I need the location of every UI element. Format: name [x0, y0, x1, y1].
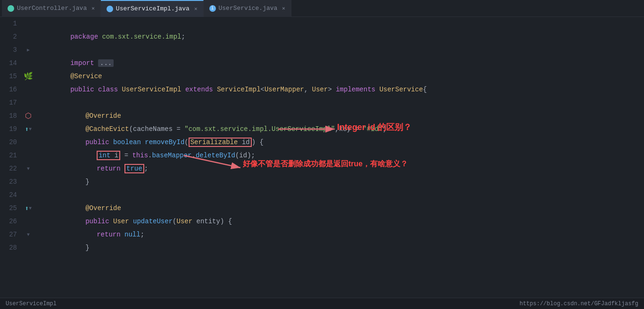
tab-user-service-impl[interactable]: UserServiceImpl.java ✕: [101, 0, 204, 17]
gutter-18: ⬡: [22, 109, 35, 122]
tab-close-user-controller[interactable]: ✕: [91, 5, 95, 11]
code-line-3: 3 ▶ import ...: [0, 43, 644, 57]
fold-icon-25[interactable]: ▼: [29, 206, 32, 211]
line-number-3: 3: [0, 43, 22, 57]
fold-icon-22[interactable]: ▼: [27, 166, 30, 171]
line-number-18: 18: [0, 109, 22, 122]
gutter-24: [22, 188, 35, 202]
line-number-23: 23: [0, 175, 22, 188]
code-line-18: 18 ⬡ @CacheEvict(cacheNames = "com.sxt.s…: [0, 109, 644, 122]
gutter-25: ⬆ ▼: [22, 202, 35, 215]
tab-bar: UserController.java ✕ UserServiceImpl.ja…: [0, 0, 644, 17]
tab-user-controller[interactable]: UserController.java ✕: [2, 0, 101, 17]
code-content-15[interactable]: public class UserServiceImpl extends Ser…: [35, 70, 644, 83]
code-content-3[interactable]: import ...: [35, 43, 644, 57]
tab-label-user-controller: UserController.java: [17, 5, 87, 12]
line-number-20: 20: [0, 136, 22, 149]
spring-icon-15: 🌿: [24, 72, 33, 81]
code-line-14: 14 @Service: [0, 57, 644, 70]
code-content-14[interactable]: @Service: [35, 57, 644, 70]
code-line-19: 19 ⬆ ▼ public boolean removeById(Seriali…: [0, 122, 644, 136]
code-line-20: 20 int i = this.baseMapper.deleteById(id…: [0, 136, 644, 149]
gutter-16: [22, 83, 35, 96]
annotation-text-1: Integer id 的区别？: [337, 122, 412, 133]
gutter-21: [22, 149, 35, 162]
fold-icon-27[interactable]: ▼: [27, 232, 30, 237]
annotation-text-2: 好像不管是否删除成功都是返回true，有啥意义？: [243, 159, 408, 169]
status-right: https://blog.csdn.net/GFJadfkljasfg: [520, 301, 638, 307]
code-content-28: [35, 241, 644, 254]
gutter-15: 🌿: [22, 70, 35, 83]
code-content-18[interactable]: @CacheEvict(cacheNames = "com.sxt.servic…: [35, 109, 644, 122]
line-number-1: 1: [0, 17, 22, 30]
line-number-27: 27: [0, 228, 22, 241]
fold-icon-19[interactable]: ▼: [29, 127, 32, 132]
code-content-2: [35, 30, 644, 43]
breakpoint-icon-18[interactable]: ⬡: [25, 111, 32, 121]
code-content-23: [35, 175, 644, 188]
line-number-15: 15: [0, 70, 22, 83]
code-line-27: 27 ▼ }: [0, 228, 644, 241]
gutter-3: ▶: [22, 43, 35, 57]
gutter-14: [22, 57, 35, 70]
code-line-1: 1 package com.sxt.service.impl;: [0, 17, 644, 30]
tab-close-user-service[interactable]: ✕: [282, 5, 285, 11]
line-number-24: 24: [0, 188, 22, 202]
code-content-26[interactable]: return null;: [35, 215, 644, 228]
tab-icon-info: i: [209, 5, 216, 12]
code-line-26: 26 return null;: [0, 215, 644, 228]
status-left: UserServiceImpl: [6, 301, 57, 307]
line-number-22: 22: [0, 162, 22, 175]
code-line-24: 24 @Override: [0, 188, 644, 202]
code-content-1[interactable]: package com.sxt.service.impl;: [35, 17, 644, 30]
tab-label-user-service: UserService.java: [219, 5, 278, 12]
gutter-26: [22, 215, 35, 228]
arrow-up-icon-25: ⬆: [25, 204, 29, 212]
line-number-25: 25: [0, 202, 22, 215]
gutter-20: [22, 136, 35, 149]
code-content-17[interactable]: @Override: [35, 96, 644, 109]
line-number-2: 2: [0, 30, 22, 43]
line-number-26: 26: [0, 215, 22, 228]
gutter-22: ▼: [22, 162, 35, 175]
tab-icon-blue: [107, 6, 113, 12]
tab-icon-green: [8, 5, 14, 12]
line-number-14: 14: [0, 57, 22, 70]
gutter-2: [22, 30, 35, 43]
editor: 1 package com.sxt.service.impl; 2 3 ▶ im…: [0, 17, 644, 298]
code-line-16: 16: [0, 83, 644, 96]
arrow-up-icon-19: ⬆: [25, 125, 29, 133]
gutter-27: ▼: [22, 228, 35, 241]
code-line-23: 23: [0, 175, 644, 188]
code-content-16: [35, 83, 644, 96]
line-number-19: 19: [0, 122, 22, 136]
code-content-24[interactable]: @Override: [35, 188, 644, 202]
gutter-17: [22, 96, 35, 109]
code-line-17: 17 @Override: [0, 96, 644, 109]
code-line-25: 25 ⬆ ▼ public User updateUser(User entit…: [0, 202, 644, 215]
gutter-23: [22, 175, 35, 188]
fold-icon-3[interactable]: ▶: [27, 47, 30, 53]
gutter-28: [22, 241, 35, 254]
gutter-1: [22, 17, 35, 30]
tab-label-user-service-impl: UserServiceImpl.java: [116, 5, 190, 12]
gutter-19: ⬆ ▼: [22, 122, 35, 136]
tab-close-user-service-impl[interactable]: ✕: [194, 6, 198, 12]
code-content-20[interactable]: int i = this.baseMapper.deleteById(id);: [35, 136, 644, 149]
code-content-25[interactable]: public User updateUser(User entity) {: [35, 202, 644, 215]
code-line-15: 15 🌿 public class UserServiceImpl extend…: [0, 70, 644, 83]
line-number-21: 21: [0, 149, 22, 162]
line-number-16: 16: [0, 83, 22, 96]
code-content-27[interactable]: }: [35, 228, 644, 241]
tab-user-service[interactable]: i UserService.java ✕: [204, 0, 291, 17]
line-number-17: 17: [0, 96, 22, 109]
code-line-2: 2: [0, 30, 644, 43]
code-line-28: 28: [0, 241, 644, 254]
status-bar: UserServiceImpl https://blog.csdn.net/GF…: [0, 298, 644, 309]
line-number-28: 28: [0, 241, 22, 254]
